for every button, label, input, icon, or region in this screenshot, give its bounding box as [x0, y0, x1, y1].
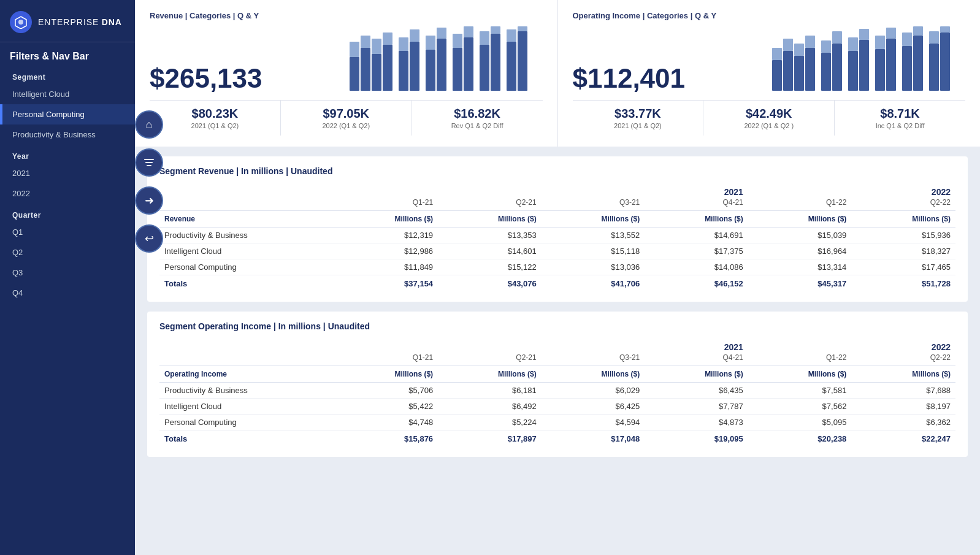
operating-bar-chart — [769, 26, 965, 94]
svg-rect-26 — [507, 42, 516, 91]
sidebar-item-year-2021[interactable]: 2021 — [0, 163, 135, 183]
table-row: Personal Computing $11,849 $15,122 $13,0… — [159, 259, 955, 275]
sidebar-item-q4[interactable]: Q4 — [0, 283, 135, 303]
revenue-table-section: Segment Revenue | In millions | Unaudite… — [147, 156, 968, 302]
sidebar-item-q3[interactable]: Q3 — [0, 262, 135, 283]
svg-rect-37 — [805, 36, 815, 48]
sidebar-header: ENTERPRISE DNA — [0, 0, 135, 42]
income-quarter-header: Q1-21 Q2-21 Q3-21 Q4-21 Q1-22 Q2-22 — [159, 352, 955, 366]
revenue-kpi-diff: $16.82K Rev Q1 & Q2 Diff — [412, 101, 543, 136]
svg-rect-18 — [453, 48, 462, 91]
sidebar-item-q1[interactable]: Q1 — [0, 222, 135, 242]
revenue-table: 2021 2022 Q1-21 Q2-21 Q3-21 Q4-21 Q1-22 … — [159, 185, 955, 292]
sidebar-item-year-2022[interactable]: 2022 — [0, 183, 135, 204]
svg-rect-51 — [902, 33, 912, 46]
svg-rect-7 — [372, 39, 381, 54]
svg-rect-56 — [940, 33, 950, 91]
revenue-chart-title: Revenue | Categories | Q & Y — [150, 11, 543, 20]
back-icon[interactable]: ↩ — [135, 224, 163, 253]
sidebar-item-intelligent-cloud[interactable]: Intelligent Cloud — [0, 84, 135, 104]
svg-rect-3 — [350, 42, 359, 57]
sidebar-item-productivity-business[interactable]: Productivity & Business — [0, 124, 135, 145]
main-content: Revenue | Categories | Q & Y $265,133 — [135, 0, 980, 555]
income-col-header: Operating Income Millions ($) Millions (… — [159, 366, 955, 383]
svg-rect-34 — [794, 56, 804, 91]
revenue-chart-panel: Revenue | Categories | Q & Y $265,133 — [135, 0, 558, 147]
svg-rect-41 — [832, 31, 842, 44]
sidebar: ENTERPRISE DNA Filters & Nav Bar Segment… — [0, 0, 135, 555]
operating-kpi-row: $33.77K 2021 (Q1 & Q2) $42.49K 2022 (Q1 … — [573, 100, 966, 136]
forward-icon[interactable]: ➜ — [135, 186, 163, 215]
revenue-year-header: 2021 2022 — [159, 185, 955, 197]
operating-kpi-diff: $8.71K Inc Q1 & Q2 Diff — [835, 101, 965, 136]
operating-chart-panel: Operating Income | Categories | Q & Y $1… — [558, 0, 981, 147]
operating-chart-title: Operating Income | Categories | Q & Y — [573, 11, 966, 20]
svg-rect-4 — [361, 48, 370, 91]
table-row: Productivity & Business $12,319 $13,353 … — [159, 228, 955, 243]
svg-rect-39 — [821, 40, 831, 53]
table-row: Intelligent Cloud $5,422 $6,492 $6,425 $… — [159, 399, 955, 415]
revenue-table-title: Segment Revenue | In millions | Unaudite… — [159, 166, 955, 176]
svg-rect-44 — [859, 40, 869, 91]
segment-label: Segment — [0, 66, 135, 84]
svg-rect-20 — [464, 37, 473, 91]
filter-icon[interactable] — [135, 148, 163, 177]
svg-point-1 — [18, 20, 23, 25]
income-table-title: Segment Operating Income | In millions |… — [159, 321, 955, 331]
svg-rect-47 — [875, 36, 885, 49]
revenue-col-header: Revenue Millions ($) Millions ($) Millio… — [159, 211, 955, 228]
svg-rect-52 — [913, 36, 923, 91]
svg-rect-17 — [437, 28, 446, 39]
svg-rect-29 — [518, 26, 527, 31]
svg-rect-55 — [929, 31, 939, 44]
income-table-section: Segment Operating Income | In millions |… — [147, 312, 968, 457]
revenue-bar-chart — [346, 26, 543, 94]
svg-rect-49 — [886, 28, 896, 39]
svg-rect-38 — [821, 53, 831, 91]
table-row: Personal Computing $4,748 $5,224 $4,594 … — [159, 415, 955, 431]
year-label: Year — [0, 145, 135, 163]
income-year-header: 2021 2022 — [159, 340, 955, 352]
svg-rect-24 — [491, 34, 500, 91]
revenue-main-value: $265,133 — [150, 63, 262, 94]
svg-rect-12 — [410, 42, 419, 91]
svg-rect-22 — [480, 45, 489, 91]
svg-rect-6 — [372, 54, 381, 91]
svg-rect-50 — [902, 46, 912, 91]
operating-kpi-2022: $42.49K 2022 (Q1 & Q2 ) — [703, 101, 835, 136]
svg-rect-35 — [794, 44, 804, 56]
sidebar-title: ENTERPRISE DNA — [38, 17, 122, 28]
svg-rect-13 — [410, 29, 419, 42]
svg-rect-23 — [480, 31, 489, 45]
svg-rect-33 — [783, 39, 793, 51]
revenue-quarter-header: Q1-21 Q2-21 Q3-21 Q4-21 Q1-22 Q2-22 — [159, 197, 955, 211]
svg-rect-30 — [772, 60, 782, 91]
svg-rect-32 — [783, 51, 793, 91]
svg-rect-11 — [399, 37, 408, 51]
sidebar-item-q2[interactable]: Q2 — [0, 242, 135, 262]
quarter-label: Quarter — [0, 204, 135, 222]
svg-rect-27 — [507, 29, 516, 42]
svg-rect-57 — [940, 26, 950, 33]
svg-rect-53 — [913, 26, 923, 36]
svg-rect-25 — [491, 26, 500, 34]
nav-icons: ⌂ ➜ ↩ — [135, 0, 163, 253]
svg-rect-36 — [805, 48, 815, 91]
svg-rect-19 — [453, 34, 462, 48]
svg-rect-46 — [875, 49, 885, 91]
svg-rect-48 — [886, 39, 896, 91]
revenue-kpi-row: $80.23K 2021 (Q1 & Q2) $97.05K 2022 (Q1 … — [150, 100, 543, 136]
svg-rect-15 — [426, 36, 435, 50]
svg-rect-8 — [383, 45, 392, 91]
svg-rect-10 — [399, 51, 408, 91]
svg-rect-2 — [350, 57, 359, 91]
revenue-totals-row: Totals $37,154 $43,076 $41,706 $46,152 $… — [159, 275, 955, 293]
svg-rect-14 — [426, 50, 435, 91]
svg-rect-31 — [772, 48, 782, 60]
svg-rect-5 — [361, 36, 370, 48]
sidebar-item-personal-computing[interactable]: Personal Computing — [0, 104, 135, 124]
table-row: Intelligent Cloud $12,986 $14,601 $15,11… — [159, 243, 955, 259]
svg-rect-16 — [437, 39, 446, 91]
home-icon[interactable]: ⌂ — [135, 110, 163, 139]
svg-rect-28 — [518, 31, 527, 91]
